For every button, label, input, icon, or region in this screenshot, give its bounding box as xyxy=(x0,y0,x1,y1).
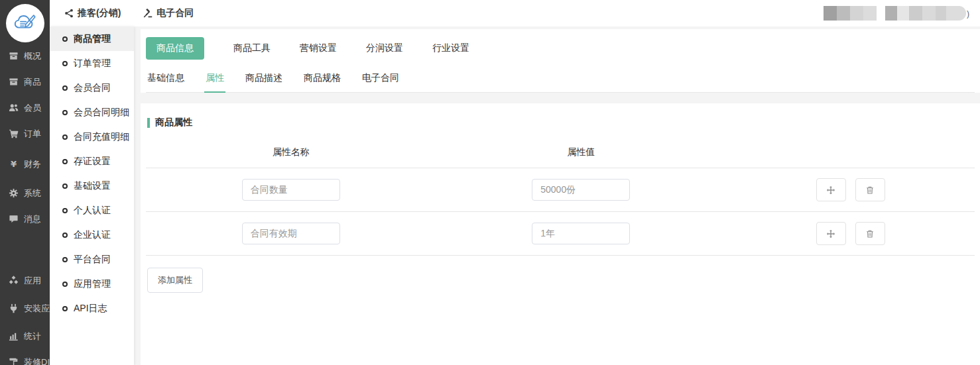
trash-icon xyxy=(865,229,875,238)
secondary-nav-label: 订单管理 xyxy=(74,58,111,70)
topbar-nav-item[interactable]: 电子合同 xyxy=(143,7,194,19)
topbar-nav-item[interactable]: 推客(分销) xyxy=(64,7,121,19)
secondary-nav-label: 存证设置 xyxy=(74,156,111,168)
delete-attribute-button[interactable] xyxy=(855,178,885,201)
account-suffix: ) xyxy=(967,7,969,21)
circle-icon xyxy=(62,306,68,311)
main-tab[interactable]: 营销设置 xyxy=(300,37,337,60)
secondary-nav-item[interactable]: 会员合同明细 xyxy=(50,100,134,125)
move-attribute-button[interactable] xyxy=(816,222,846,245)
primary-nav-item[interactable]: 会员 xyxy=(0,95,50,121)
section-title: 商品属性 xyxy=(147,117,192,129)
circle-icon xyxy=(62,36,68,42)
primary-nav-item[interactable]: ¥ 财务 xyxy=(0,151,50,177)
secondary-nav-item[interactable]: 商品管理 xyxy=(50,26,134,51)
add-attribute-button[interactable]: 添加属性 xyxy=(147,268,203,293)
stats-icon xyxy=(7,331,19,341)
orders-icon xyxy=(7,129,19,138)
circle-icon xyxy=(62,159,68,164)
move-icon xyxy=(826,229,835,238)
primary-nav-label: 消息 xyxy=(24,213,41,225)
attributes-card: 商品属性 属性名称 属性值 xyxy=(141,103,980,365)
messages-icon xyxy=(7,214,19,224)
topbar-nav-label: 推客(分销) xyxy=(78,7,121,19)
secondary-nav-item[interactable]: 企业认证 xyxy=(50,223,134,247)
primary-nav: 概况 商品 会员 订单 ¥ 财务 xyxy=(0,43,50,365)
primary-nav-item[interactable]: 消息 xyxy=(0,206,50,232)
main-tab[interactable]: 行业设置 xyxy=(432,37,469,60)
primary-nav-item[interactable]: 装修DIY xyxy=(0,349,50,365)
sub-tab[interactable]: 基础信息 xyxy=(146,66,186,92)
sub-tab[interactable]: 商品规格 xyxy=(302,66,342,92)
primary-nav-item[interactable]: 商品 xyxy=(0,69,50,95)
primary-nav-item[interactable]: 订单 xyxy=(0,121,50,146)
secondary-nav-item[interactable]: 存证设置 xyxy=(50,149,134,174)
goods-icon xyxy=(7,77,19,87)
circle-icon xyxy=(62,233,68,238)
main-tab[interactable]: 商品工具 xyxy=(233,37,271,60)
primary-nav-label: 装修DIY xyxy=(24,356,50,365)
secondary-nav-item[interactable]: 会员合同 xyxy=(50,76,134,100)
delete-attribute-button[interactable] xyxy=(855,222,885,245)
column-header-value: 属性值 xyxy=(436,146,727,158)
attribute-value-input[interactable] xyxy=(532,179,630,201)
secondary-nav-label: 个人认证 xyxy=(74,205,111,217)
secondary-nav-item[interactable]: API日志 xyxy=(50,296,134,321)
cloud-sign-logo-icon xyxy=(13,11,38,36)
primary-nav-item[interactable]: 安装应用 xyxy=(0,295,50,321)
circle-icon xyxy=(62,61,68,66)
attributes-table-header: 属性名称 属性值 xyxy=(146,136,975,168)
topbar-nav: 推客(分销) 电子合同 xyxy=(64,7,194,19)
sub-tab[interactable]: 属性 xyxy=(204,66,225,93)
app-logo[interactable] xyxy=(6,4,44,42)
secondary-nav-label: 平台合同 xyxy=(74,254,111,266)
sub-tab[interactable]: 商品描述 xyxy=(244,66,284,92)
primary-nav-item[interactable]: 应用 xyxy=(0,268,50,293)
main-tabs: 商品信息 商品工具 营销设置 分润设置 xyxy=(146,37,975,60)
secondary-nav-item[interactable]: 基础设置 xyxy=(50,174,134,198)
primary-nav-item[interactable]: 系统 xyxy=(0,180,50,206)
primary-nav-label: 会员 xyxy=(24,102,41,114)
secondary-nav-label: 企业认证 xyxy=(74,229,111,241)
secondary-nav-item[interactable]: 应用管理 xyxy=(50,272,134,296)
diy-icon xyxy=(7,357,19,365)
app-root: 概况 商品 会员 订单 ¥ 财务 xyxy=(0,0,980,365)
secondary-nav-item[interactable]: 合同充值明细 xyxy=(50,125,134,149)
user-account-redacted[interactable]: ) xyxy=(824,6,969,21)
secondary-nav-item[interactable]: 平台合同 xyxy=(50,247,134,272)
attribute-name-input[interactable] xyxy=(242,223,340,244)
primary-nav-label: 财务 xyxy=(24,158,41,170)
members-icon xyxy=(7,103,19,113)
circle-icon xyxy=(62,85,68,91)
secondary-nav-label: 合同充值明细 xyxy=(74,131,129,143)
primary-nav-label: 系统 xyxy=(24,187,41,199)
primary-nav-label: 统计 xyxy=(24,331,41,342)
apps-icon xyxy=(7,276,19,286)
attribute-value-input[interactable] xyxy=(532,223,630,244)
primary-nav-item[interactable]: 概况 xyxy=(0,43,50,69)
secondary-nav-label: API日志 xyxy=(74,303,107,315)
primary-nav-label: 应用 xyxy=(24,275,41,287)
trash-icon xyxy=(865,185,875,195)
circle-icon xyxy=(62,183,68,189)
secondary-sidebar: 商品管理 订单管理 会员合同 会员合同明细 xyxy=(50,26,134,365)
secondary-nav-label: 会员合同 xyxy=(74,82,111,94)
gavel-icon xyxy=(143,9,153,18)
share-icon xyxy=(64,9,74,18)
secondary-nav-item[interactable]: 订单管理 xyxy=(50,51,134,76)
main-tab[interactable]: 分润设置 xyxy=(366,37,403,60)
main-tab[interactable]: 商品信息 xyxy=(146,37,204,60)
svg-text:¥: ¥ xyxy=(10,159,16,169)
primary-nav-item[interactable]: 统计 xyxy=(0,323,50,349)
secondary-nav-label: 应用管理 xyxy=(74,278,111,290)
finance-icon: ¥ xyxy=(7,159,19,169)
sub-tab[interactable]: 电子合同 xyxy=(361,66,400,92)
primary-nav-label: 安装应用 xyxy=(24,303,50,315)
secondary-nav-item[interactable]: 个人认证 xyxy=(50,198,134,223)
primary-nav-label: 订单 xyxy=(24,128,41,140)
circle-icon xyxy=(62,110,68,115)
move-icon xyxy=(826,185,835,195)
column-header-name: 属性名称 xyxy=(146,146,436,158)
move-attribute-button[interactable] xyxy=(816,178,846,201)
attribute-name-input[interactable] xyxy=(242,179,340,201)
